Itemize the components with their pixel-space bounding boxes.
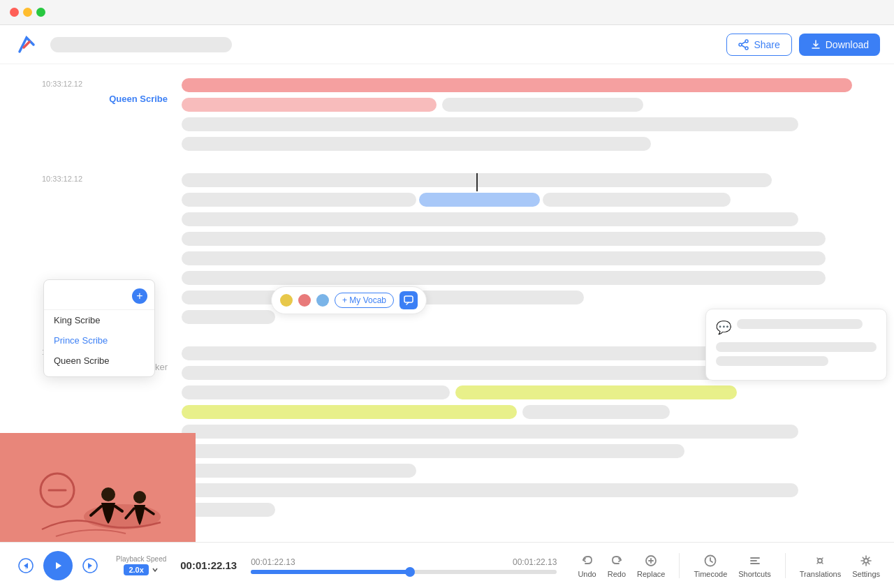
- dropdown-add-button[interactable]: +: [132, 288, 147, 304]
- add-vocab-button[interactable]: + My Vocab: [335, 293, 394, 308]
- text-line: [182, 385, 450, 399]
- dropdown-item-prince[interactable]: Prince Scribe: [44, 330, 154, 351]
- speaker-name-queen[interactable]: Queen Scribe: [42, 94, 182, 104]
- speed-value[interactable]: 2.0x: [124, 564, 148, 575]
- rewind-button[interactable]: 5: [14, 554, 38, 578]
- text-line-yellow: [455, 385, 737, 399]
- text-line: [442, 98, 643, 112]
- forward-button[interactable]: 5: [78, 554, 102, 578]
- timecode-label: Timecode: [694, 570, 727, 578]
- chevron-down-icon: [152, 566, 159, 573]
- right-toolbar: Undo Redo Replace: [578, 553, 880, 578]
- progress-area[interactable]: 00:01:22.13 00:01:22.13: [237, 557, 571, 574]
- text-line: [182, 271, 826, 285]
- progress-bar[interactable]: [251, 570, 557, 574]
- redo-action[interactable]: Redo: [608, 553, 626, 578]
- text-line: [182, 444, 684, 458]
- text-line: [182, 425, 798, 439]
- close-button[interactable]: [10, 8, 19, 17]
- timestamp-2: 10:33:12.12: [42, 175, 182, 183]
- dropdown-search: +: [44, 286, 154, 310]
- color-yellow-dot[interactable]: [280, 294, 293, 307]
- speaker-col-1: 10:33:12.12 Queen Scribe: [42, 78, 182, 156]
- svg-line-3: [742, 42, 745, 44]
- svg-point-1: [745, 47, 748, 50]
- svg-point-0: [745, 40, 748, 43]
- title-bar: [50, 37, 232, 52]
- color-red-dot[interactable]: [298, 294, 311, 307]
- svg-text:5: 5: [25, 566, 27, 570]
- text-line: [543, 193, 731, 207]
- svg-point-12: [133, 491, 146, 504]
- text-line: [182, 310, 275, 324]
- text-line: [182, 232, 826, 246]
- text-selected: [419, 193, 540, 207]
- timestamp-1: 10:33:12.12: [42, 80, 182, 88]
- color-blue-dot[interactable]: [316, 294, 329, 307]
- toolbar-divider-1: [679, 553, 680, 578]
- timecode-action[interactable]: Timecode: [694, 553, 727, 578]
- content-col-1: [182, 78, 852, 156]
- undo-label: Undo: [578, 570, 596, 578]
- speed-control: Playback Speed 2.0x: [116, 555, 166, 575]
- settings-label: Settings: [852, 570, 880, 578]
- redo-label: Redo: [608, 570, 626, 578]
- text-line: [182, 464, 416, 478]
- timecode-icon: [703, 553, 718, 568]
- dropdown-item-king[interactable]: King Scribe: [44, 310, 154, 330]
- comment-icon: [404, 295, 413, 305]
- settings-action[interactable]: Settings: [852, 553, 880, 578]
- download-icon: [810, 39, 821, 50]
- header-actions: Share Download: [726, 34, 880, 56]
- share-button[interactable]: Share: [726, 34, 791, 56]
- settings-icon: [858, 553, 874, 568]
- text-line: [182, 137, 651, 151]
- progress-fill: [251, 570, 410, 574]
- maximize-button[interactable]: [36, 8, 45, 17]
- translations-action[interactable]: Translations: [800, 553, 842, 578]
- shortcuts-action[interactable]: Shortcuts: [738, 553, 770, 578]
- text-line: [182, 78, 852, 92]
- app-logo: [14, 32, 39, 57]
- svg-line-4: [742, 45, 745, 47]
- speaker-dropdown[interactable]: + King Scribe Prince Scribe Queen Scribe: [43, 279, 155, 377]
- comment-text-line: [716, 356, 828, 366]
- transcript-block-1: 10:33:12.12 Queen Scribe: [42, 78, 852, 156]
- text-line: [182, 193, 416, 207]
- shortcuts-label: Shortcuts: [738, 570, 770, 578]
- svg-point-9: [101, 487, 115, 501]
- redo-icon: [609, 553, 624, 568]
- forward-icon: 5: [82, 557, 98, 574]
- comment-bubble-icon: 💬: [716, 320, 731, 335]
- play-icon: [52, 559, 64, 572]
- shortcuts-icon: [747, 553, 763, 568]
- play-button[interactable]: [43, 551, 73, 580]
- comment-bubble: 💬: [705, 309, 887, 381]
- comment-button[interactable]: [400, 291, 418, 309]
- undo-action[interactable]: Undo: [578, 553, 596, 578]
- download-button[interactable]: Download: [799, 34, 880, 56]
- video-thumbnail: [0, 433, 196, 542]
- dropdown-search-input[interactable]: [51, 291, 129, 302]
- app: Share Download 10:33:12.12 Queen Scribe: [0, 25, 894, 588]
- text-line: [182, 212, 798, 226]
- toolbar-divider-2: [785, 553, 786, 578]
- transcript-block-2: 10:33:12.12: [42, 173, 852, 330]
- dropdown-item-queen[interactable]: Queen Scribe: [44, 351, 154, 371]
- annotation-toolbar: + My Vocab: [271, 286, 427, 314]
- translations-icon: [812, 553, 828, 568]
- progress-handle[interactable]: [405, 567, 415, 577]
- translations-label: Translations: [800, 570, 842, 578]
- svg-rect-15: [404, 296, 413, 302]
- window-chrome: [0, 0, 894, 25]
- text-line: [182, 251, 826, 265]
- main-content: 10:33:12.12 Queen Scribe 10:33:12.12: [0, 64, 894, 542]
- minimize-button[interactable]: [23, 8, 32, 17]
- traffic-lights: [10, 8, 45, 17]
- replace-action[interactable]: Replace: [637, 553, 665, 578]
- text-line: [182, 98, 437, 112]
- svg-point-2: [739, 43, 742, 46]
- undo-icon: [580, 553, 595, 568]
- time-start: 00:01:22.13: [251, 557, 295, 567]
- progress-times: 00:01:22.13 00:01:22.13: [251, 557, 557, 567]
